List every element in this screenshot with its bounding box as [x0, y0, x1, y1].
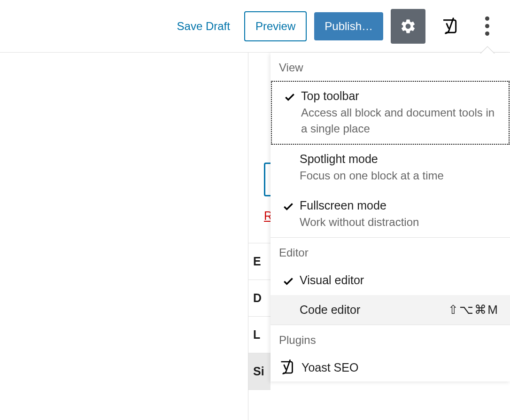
menu-item-code-editor[interactable]: Code editor ⇧⌥⌘M [270, 295, 510, 325]
menu-item-fullscreen[interactable]: Fullscreen mode Work without distraction [270, 191, 510, 238]
menu-item-desc: Access all block and document tools in a… [301, 105, 500, 136]
sidebar-row[interactable]: D [248, 280, 270, 317]
menu-item-title: Spotlight mode [300, 152, 502, 166]
view-section-header: View [270, 53, 510, 81]
plugins-section-header: Plugins [270, 325, 510, 353]
check-icon [282, 201, 294, 213]
keyboard-shortcut: ⇧⌥⌘M [448, 303, 499, 317]
yoast-button[interactable] [433, 9, 468, 44]
preview-button[interactable]: Preview [244, 11, 307, 41]
save-draft-button[interactable]: Save Draft [170, 12, 237, 40]
sidebar-row[interactable]: E [248, 243, 270, 280]
menu-item-title: Visual editor [300, 273, 502, 287]
menu-item-visual-editor[interactable]: Visual editor [270, 266, 510, 295]
editor-section-header: Editor [270, 238, 510, 266]
editor-toolbar: Save Draft Preview Publish… [0, 0, 510, 53]
settings-button[interactable] [391, 9, 425, 44]
check-icon [282, 275, 294, 288]
menu-item-top-toolbar[interactable]: Top toolbar Access all block and documen… [271, 81, 510, 145]
yoast-icon [441, 17, 460, 36]
settings-sidebar: E D L Si [248, 53, 270, 420]
more-icon [485, 16, 489, 36]
more-options-dropdown: View Top toolbar Access all block and do… [270, 53, 510, 381]
menu-item-title: Code editor [300, 303, 360, 317]
publish-button[interactable]: Publish… [314, 12, 383, 40]
gear-icon [400, 18, 417, 35]
menu-item-spotlight[interactable]: Spotlight mode Focus on one block at a t… [270, 145, 510, 191]
menu-item-title: Top toolbar [301, 89, 500, 103]
menu-item-title: Yoast SEO [301, 361, 358, 374]
dropdown-caret [481, 47, 494, 54]
sidebar-row[interactable]: L [248, 317, 270, 353]
menu-item-desc: Focus on one block at a time [300, 168, 502, 184]
menu-item-yoast-seo[interactable]: Yoast SEO [270, 353, 510, 381]
sidebar-row[interactable]: Si [248, 353, 270, 390]
check-icon [284, 91, 296, 103]
menu-item-title: Fullscreen mode [300, 199, 502, 212]
menu-item-desc: Work without distraction [300, 214, 502, 230]
partial-input-outline [264, 163, 270, 196]
more-options-button[interactable] [475, 9, 499, 44]
yoast-icon [279, 359, 296, 376]
